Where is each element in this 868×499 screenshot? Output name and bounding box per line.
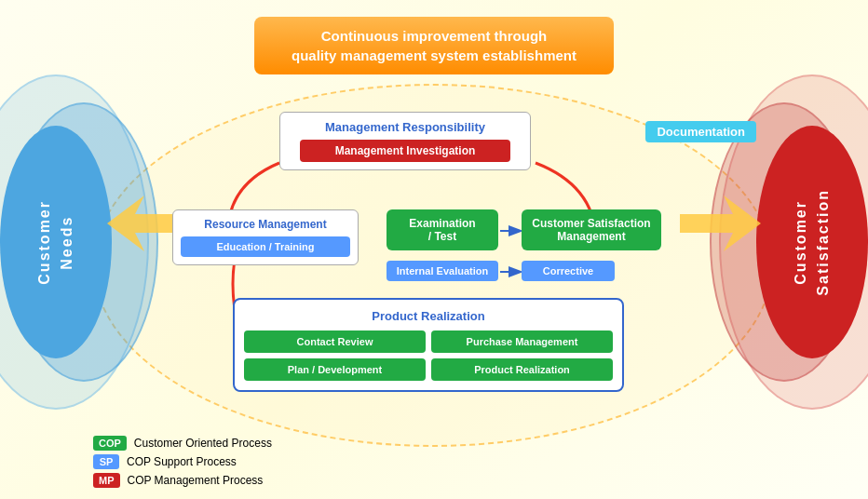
customer-satisfaction-mgmt-box: Customer SatisfactionManagement — [522, 209, 661, 250]
banner-line1: Continuous improvement through — [292, 26, 576, 46]
purchase-management-btn: Purchase Management — [431, 330, 613, 353]
product-realization-btn: Product Realization — [431, 358, 613, 381]
resource-management-box: Resource Management Education / Training — [172, 209, 359, 265]
internal-evaluation-box: Internal Evaluation — [387, 261, 498, 281]
contact-review-btn: Contact Review — [244, 330, 426, 353]
left-circle-core: CustomerNeeds — [0, 126, 112, 358]
main-container: Continuous improvement through quality m… — [0, 0, 868, 499]
legend: COP Customer Oriented Process SP COP Sup… — [93, 436, 272, 488]
mgmt-investigation-btn: Management Investigation — [300, 140, 511, 162]
examination-test-label: Examination/ Test — [409, 217, 475, 243]
plan-development-btn: Plan / Development — [244, 358, 426, 381]
education-training-btn: Education / Training — [181, 236, 350, 257]
banner-line2: quality management system establishment — [292, 46, 576, 65]
customer-satisfaction-mgmt-label: Customer SatisfactionManagement — [532, 217, 650, 243]
corrective-box: Corrective — [522, 261, 615, 281]
resource-management-title: Resource Management — [181, 218, 350, 231]
sp-text: COP Support Process — [127, 455, 237, 468]
mgmt-responsibility-title: Management Responsibility — [288, 120, 522, 134]
mp-text: COP Management Process — [128, 474, 264, 487]
legend-cop: COP Customer Oriented Process — [93, 436, 272, 451]
sp-badge: SP — [93, 454, 119, 469]
legend-sp: SP COP Support Process — [93, 454, 272, 469]
mp-badge: MP — [93, 473, 120, 488]
top-banner: Continuous improvement through quality m… — [254, 17, 614, 74]
examination-test-box: Examination/ Test — [387, 209, 498, 250]
customer-needs-label: CustomerNeeds — [34, 200, 78, 285]
customer-satisfaction-label: CustomerSatisfaction — [790, 189, 834, 296]
product-realization-outer-box: Product Realization Contact Review Purch… — [233, 298, 624, 392]
legend-mp: MP COP Management Process — [93, 473, 272, 488]
cop-text: Customer Oriented Process — [134, 437, 272, 450]
product-grid: Contact Review Purchase Management Plan … — [244, 330, 613, 381]
product-realization-title: Product Realization — [244, 309, 613, 323]
right-circle-core: CustomerSatisfaction — [756, 126, 868, 358]
mgmt-responsibility-box: Management Responsibility Management Inv… — [279, 112, 531, 170]
documentation-label: Documentation — [645, 121, 756, 142]
cop-badge: COP — [93, 436, 127, 451]
